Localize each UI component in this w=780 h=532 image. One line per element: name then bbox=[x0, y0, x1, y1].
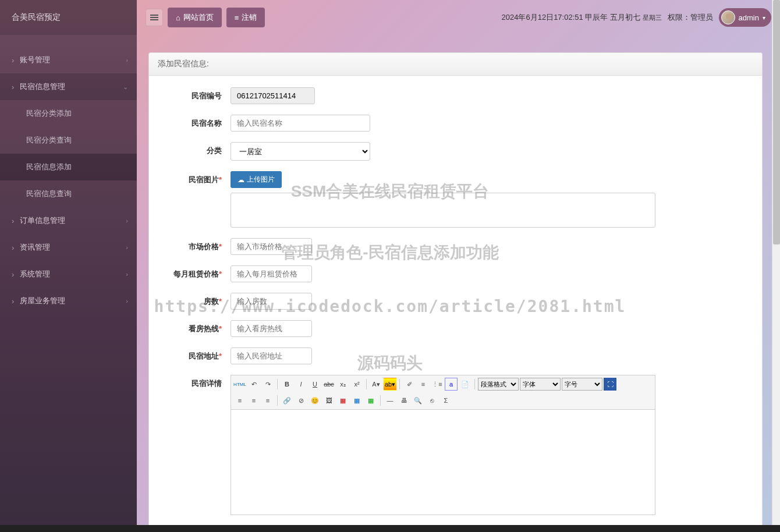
home-button[interactable]: ⌂网站首页 bbox=[168, 8, 222, 27]
input-market-price[interactable] bbox=[231, 238, 312, 255]
sidebar-item-homestay-query[interactable]: 民宿信息查询 bbox=[0, 180, 137, 207]
chevron-right-icon: › bbox=[126, 56, 128, 63]
hr-button[interactable]: — bbox=[384, 394, 396, 407]
chevron-right-icon: › bbox=[126, 217, 128, 224]
align-right-button[interactable]: ≡ bbox=[261, 394, 274, 407]
scrollbar-track[interactable] bbox=[772, 0, 780, 532]
image-button[interactable]: 🖼 bbox=[322, 394, 335, 407]
link-button[interactable]: 🔗 bbox=[281, 394, 293, 407]
italic-button[interactable]: I bbox=[295, 378, 307, 391]
image-preview-box bbox=[231, 193, 655, 228]
sidebar-item-category-add[interactable]: 民宿分类添加 bbox=[0, 100, 137, 127]
role-display: 权限：管理员 bbox=[668, 12, 713, 23]
cloud-upload-icon: ☁ bbox=[237, 176, 244, 184]
app-title: 合美民宿预定 bbox=[0, 0, 137, 35]
editor-toolbar: HTML ↶ ↷ B I U abc x₂ x² A▾ ab▾ ✐ ≡ ⋮ bbox=[231, 375, 655, 410]
sidebar-item-homestay-info[interactable]: 民宿信息管理⌄ bbox=[0, 73, 137, 100]
sidebar-item-system[interactable]: 系统管理› bbox=[0, 261, 137, 288]
align-center-button[interactable]: ≡ bbox=[247, 394, 260, 407]
remove-format-button[interactable]: ✐ bbox=[403, 378, 416, 391]
label-detail: 民宿详情 bbox=[166, 375, 231, 389]
ordered-list-button[interactable]: ≡ bbox=[417, 378, 430, 391]
flash-button[interactable]: ▦ bbox=[336, 394, 349, 407]
sidebar: 合美民宿预定 账号管理› 民宿信息管理⌄ 民宿分类添加 民宿分类查询 民宿信息添… bbox=[0, 0, 137, 532]
unlink-button[interactable]: ⊘ bbox=[295, 394, 307, 407]
align-left-button[interactable]: ≡ bbox=[233, 394, 246, 407]
taskbar bbox=[0, 525, 780, 532]
sidebar-item-news[interactable]: 资讯管理› bbox=[0, 234, 137, 261]
main-panel: 添加民宿信息: 民宿编号 民宿名称 分类 一居室 民宿图片* ☁上传图片 市场价… bbox=[148, 52, 763, 532]
chevron-down-icon: ⌄ bbox=[123, 83, 128, 91]
media-button[interactable]: ▦ bbox=[350, 394, 363, 407]
chevron-down-icon: ▾ bbox=[763, 15, 765, 21]
font-size-select[interactable]: 字号 bbox=[562, 378, 602, 391]
panel-title: 添加民宿信息: bbox=[149, 53, 762, 76]
redo-button[interactable]: ↷ bbox=[261, 378, 274, 391]
file-button[interactable]: ▦ bbox=[364, 394, 377, 407]
select-category[interactable]: 一居室 bbox=[231, 142, 370, 161]
fullscreen-button[interactable]: ⛶ bbox=[604, 378, 616, 391]
chevron-right-icon: › bbox=[126, 271, 128, 278]
sidebar-item-homestay-add[interactable]: 民宿信息添加 bbox=[0, 154, 137, 180]
superscript-button[interactable]: x² bbox=[350, 378, 363, 391]
label-image: 民宿图片* bbox=[166, 171, 231, 185]
sidebar-item-order[interactable]: 订单信息管理› bbox=[0, 207, 137, 234]
input-address[interactable] bbox=[231, 347, 312, 364]
upload-image-button[interactable]: ☁上传图片 bbox=[231, 171, 282, 188]
home-icon: ⌂ bbox=[176, 13, 180, 22]
form-body: 民宿编号 民宿名称 分类 一居室 民宿图片* ☁上传图片 市场价格* 每月租赁价… bbox=[149, 76, 762, 532]
hamburger-icon bbox=[150, 17, 158, 18]
label-category: 分类 bbox=[166, 142, 231, 156]
menu-toggle-button[interactable] bbox=[146, 9, 163, 26]
input-rooms[interactable] bbox=[231, 293, 312, 310]
user-menu[interactable]: admin ▾ bbox=[719, 8, 771, 27]
logout-button[interactable]: ≡注销 bbox=[226, 8, 265, 27]
font-family-select[interactable]: 字体 bbox=[520, 378, 561, 391]
input-monthly-rent[interactable] bbox=[231, 265, 312, 282]
avatar bbox=[721, 10, 735, 24]
underline-button[interactable]: U bbox=[309, 378, 321, 391]
preview-button[interactable]: 🔍 bbox=[412, 394, 424, 407]
undo-button[interactable]: ↶ bbox=[247, 378, 260, 391]
username-label: admin bbox=[739, 13, 759, 22]
select-all-button[interactable]: a bbox=[445, 378, 458, 391]
print-button[interactable]: 🖶 bbox=[398, 394, 410, 407]
rich-text-editor: HTML ↶ ↷ B I U abc x₂ x² A▾ ab▾ ✐ ≡ ⋮ bbox=[231, 375, 655, 515]
clear-button[interactable]: 📄 bbox=[459, 378, 471, 391]
datetime-display: 2024年6月12日17:02:51 甲辰年 五月初七 星期三 bbox=[502, 12, 662, 23]
label-code: 民宿编号 bbox=[166, 87, 231, 101]
editor-content-area[interactable] bbox=[231, 410, 655, 515]
input-name[interactable] bbox=[231, 115, 370, 132]
label-market-price: 市场价格* bbox=[166, 238, 231, 252]
bold-button[interactable]: B bbox=[281, 378, 293, 391]
logout-icon: ≡ bbox=[235, 13, 239, 22]
scrollbar-thumb[interactable] bbox=[773, 0, 780, 244]
sidebar-item-house-business[interactable]: 房屋业务管理› bbox=[0, 288, 137, 314]
sidebar-item-category-query[interactable]: 民宿分类查询 bbox=[0, 127, 137, 154]
label-rooms: 房数* bbox=[166, 293, 231, 307]
input-code bbox=[231, 87, 315, 104]
label-name: 民宿名称 bbox=[166, 115, 231, 129]
symbol-button[interactable]: Σ bbox=[439, 394, 452, 407]
label-hotline: 看房热线* bbox=[166, 320, 231, 334]
page-break-button[interactable]: ⎋ bbox=[426, 394, 438, 407]
emoji-button[interactable]: 😊 bbox=[309, 394, 321, 407]
sidebar-item-account[interactable]: 账号管理› bbox=[0, 47, 137, 73]
label-address: 民宿地址* bbox=[166, 347, 231, 361]
topbar: ⌂网站首页 ≡注销 2024年6月12日17:02:51 甲辰年 五月初七 星期… bbox=[137, 0, 780, 35]
subscript-button[interactable]: x₂ bbox=[336, 378, 349, 391]
paragraph-format-select[interactable]: 段落格式 bbox=[478, 378, 519, 391]
font-color-button[interactable]: A▾ bbox=[370, 378, 382, 391]
chevron-right-icon: › bbox=[126, 297, 128, 304]
chevron-right-icon: › bbox=[126, 244, 128, 251]
input-hotline[interactable] bbox=[231, 320, 312, 337]
unordered-list-button[interactable]: ⋮≡ bbox=[431, 378, 444, 391]
label-monthly-rent: 每月租赁价格* bbox=[166, 265, 231, 279]
sidebar-menu: 账号管理› 民宿信息管理⌄ 民宿分类添加 民宿分类查询 民宿信息添加 民宿信息查… bbox=[0, 47, 137, 314]
strikethrough-button[interactable]: abc bbox=[322, 378, 335, 391]
bg-color-button[interactable]: ab▾ bbox=[384, 378, 396, 391]
html-source-button[interactable]: HTML bbox=[233, 378, 246, 391]
